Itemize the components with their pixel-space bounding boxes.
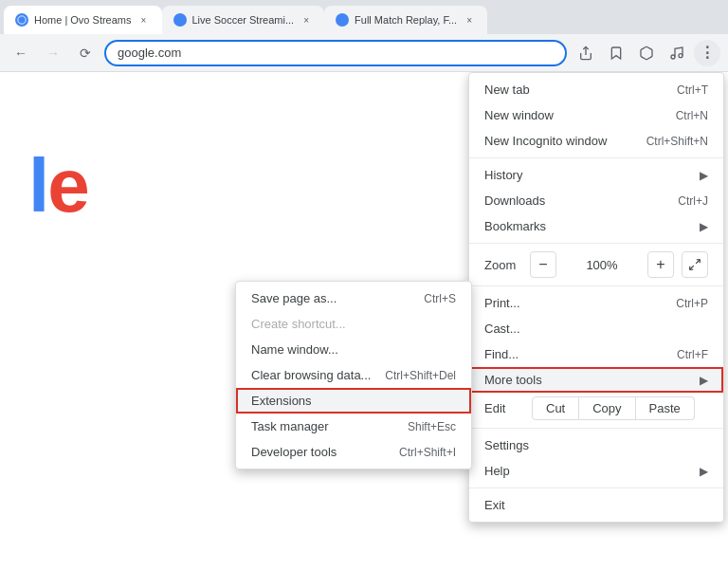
tab-close-soccer[interactable]: × <box>300 13 313 27</box>
address-bar-row: ← → ⟳ google.com ⋮ <box>0 34 728 72</box>
svg-line-4 <box>696 260 700 264</box>
forward-button[interactable]: → <box>40 40 66 66</box>
tab-replay[interactable]: Full Match Replay, F... × <box>324 6 487 34</box>
menu-item-print[interactable]: Print... Ctrl+P <box>469 290 723 316</box>
menu-divider-3 <box>469 285 723 286</box>
menu-label-bookmarks: Bookmarks <box>484 219 692 233</box>
menu-item-history[interactable]: History ▶ <box>469 162 723 188</box>
page-content: le New tab Ctrl+T New window Ctrl+N New … <box>0 72 728 540</box>
sub-label-clear-browsing: Clear browsing data... <box>251 368 385 382</box>
menu-item-cast[interactable]: Cast... <box>469 316 723 341</box>
sub-menu-item-name-window[interactable]: Name window... <box>236 337 471 362</box>
menu-label-find: Find... <box>484 347 677 361</box>
menu-shortcut-downloads: Ctrl+J <box>678 194 708 208</box>
menu-arrow-bookmarks: ▶ <box>700 220 708 233</box>
media-icon[interactable] <box>664 40 690 66</box>
menu-label-exit: Exit <box>484 498 708 512</box>
sub-menu-more-tools: Save page as... Ctrl+S Create shortcut..… <box>235 281 472 469</box>
menu-shortcut-find: Ctrl+F <box>677 348 708 361</box>
svg-point-2 <box>671 55 675 59</box>
cut-button[interactable]: Cut <box>532 396 579 420</box>
menu-item-find[interactable]: Find... Ctrl+F <box>469 341 723 367</box>
google-logo: le <box>28 148 88 224</box>
sub-menu-item-extensions[interactable]: Extensions <box>236 388 471 414</box>
zoom-fullscreen-button[interactable] <box>682 251 708 278</box>
menu-arrow-help: ▶ <box>700 465 708 478</box>
address-bar[interactable]: google.com <box>104 40 567 66</box>
menu-item-more-tools[interactable]: More tools ▶ <box>469 367 723 393</box>
back-button[interactable]: ← <box>8 40 34 66</box>
sub-menu-item-clear-browsing[interactable]: Clear browsing data... Ctrl+Shift+Del <box>236 362 471 388</box>
tab-favicon-soccer <box>173 13 187 27</box>
menu-arrow-more-tools: ▶ <box>700 374 708 387</box>
toolbar-icons: ⋮ <box>573 40 720 66</box>
menu-item-incognito[interactable]: New Incognito window Ctrl+Shift+N <box>469 128 723 154</box>
zoom-row: Zoom − 100% + <box>469 248 723 282</box>
sub-label-save-page: Save page as... <box>251 291 424 305</box>
tab-close-replay[interactable]: × <box>463 13 476 27</box>
menu-label-print: Print... <box>484 296 676 310</box>
menu-divider-4 <box>469 428 723 429</box>
chrome-menu: New tab Ctrl+T New window Ctrl+N New Inc… <box>468 72 724 523</box>
sub-menu-item-task-manager[interactable]: Task manager Shift+Esc <box>236 414 471 439</box>
chrome-menu-button[interactable]: ⋮ <box>694 40 720 66</box>
tab-favicon-replay <box>336 13 349 27</box>
menu-shortcut-incognito: Ctrl+Shift+N <box>646 135 708 148</box>
menu-item-downloads[interactable]: Downloads Ctrl+J <box>469 188 723 213</box>
copy-button[interactable]: Copy <box>579 396 635 420</box>
menu-label-help: Help <box>484 464 692 478</box>
tab-title-soccer: Live Soccer Streami... <box>192 14 295 26</box>
share-icon[interactable] <box>573 40 599 66</box>
google-logo-e: e <box>47 143 88 228</box>
menu-label-incognito: New Incognito window <box>484 134 646 148</box>
menu-item-settings[interactable]: Settings <box>469 432 723 458</box>
menu-divider-2 <box>469 243 723 244</box>
tab-close-home[interactable]: × <box>137 13 151 27</box>
reload-button[interactable]: ⟳ <box>72 40 99 66</box>
menu-label-downloads: Downloads <box>484 193 678 208</box>
tab-favicon-home <box>15 13 28 27</box>
menu-arrow-history: ▶ <box>700 169 708 182</box>
menu-label-cast: Cast... <box>484 322 708 336</box>
menu-item-exit[interactable]: Exit <box>469 492 723 518</box>
menu-item-help[interactable]: Help ▶ <box>469 458 723 484</box>
sub-shortcut-clear-browsing: Ctrl+Shift+Del <box>385 369 456 382</box>
sub-label-task-manager: Task manager <box>251 419 408 433</box>
sub-menu-item-save-page[interactable]: Save page as... Ctrl+S <box>236 285 471 311</box>
bookmark-icon[interactable] <box>603 40 629 66</box>
sub-menu-item-create-shortcut[interactable]: Create shortcut... <box>236 311 471 337</box>
zoom-label: Zoom <box>484 258 522 272</box>
menu-divider-5 <box>469 487 723 488</box>
menu-label-history: History <box>484 168 692 182</box>
sub-shortcut-save-page: Ctrl+S <box>424 292 456 305</box>
menu-shortcut-print: Ctrl+P <box>676 297 708 310</box>
tab-title-home: Home | Ovo Streams <box>34 14 132 26</box>
edit-row: Edit Cut Copy Paste <box>469 393 723 424</box>
tab-bar: Home | Ovo Streams × Live Soccer Streami… <box>0 0 728 34</box>
menu-label-settings: Settings <box>484 438 708 452</box>
menu-item-bookmarks[interactable]: Bookmarks ▶ <box>469 213 723 239</box>
sub-label-create-shortcut: Create shortcut... <box>251 317 456 331</box>
sub-menu-item-developer-tools[interactable]: Developer tools Ctrl+Shift+I <box>236 439 471 465</box>
zoom-minus-button[interactable]: − <box>530 251 556 278</box>
edit-label: Edit <box>484 401 532 415</box>
menu-divider-1 <box>469 157 723 158</box>
paste-button[interactable]: Paste <box>636 396 695 420</box>
sub-label-extensions: Extensions <box>251 394 456 408</box>
menu-label-more-tools: More tools <box>484 373 692 387</box>
zoom-plus-button[interactable]: + <box>647 251 674 278</box>
extensions-icon[interactable] <box>633 40 660 66</box>
sub-label-developer-tools: Developer tools <box>251 445 399 459</box>
menu-item-new-window[interactable]: New window Ctrl+N <box>469 102 723 128</box>
svg-point-3 <box>679 53 682 57</box>
tab-soccer[interactable]: Live Soccer Streami... × <box>162 6 325 34</box>
sub-shortcut-developer-tools: Ctrl+Shift+I <box>399 446 456 459</box>
menu-item-new-tab[interactable]: New tab Ctrl+T <box>469 77 723 102</box>
menu-shortcut-new-tab: Ctrl+T <box>677 83 708 97</box>
tab-home[interactable]: Home | Ovo Streams × <box>4 6 162 34</box>
tab-title-replay: Full Match Replay, F... <box>355 14 457 26</box>
menu-label-new-tab: New tab <box>484 83 677 97</box>
menu-shortcut-new-window: Ctrl+N <box>676 109 708 122</box>
google-logo-g: l <box>28 143 47 228</box>
edit-buttons: Cut Copy Paste <box>532 396 695 420</box>
